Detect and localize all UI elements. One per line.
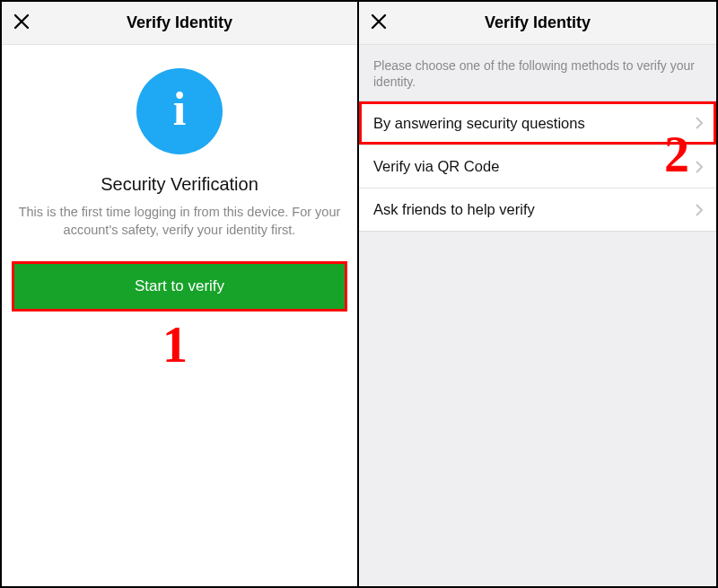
- option-label: Verify via QR Code: [373, 158, 499, 175]
- close-icon[interactable]: [2, 13, 41, 33]
- content-security-verification: i Security Verification This is the firs…: [2, 45, 357, 586]
- screen-security-verification: Verify Identity i Security Verification …: [2, 2, 359, 586]
- page-title: Verify Identity: [359, 13, 716, 32]
- verify-method-list: By answering security questions Verify v…: [359, 101, 716, 232]
- chevron-right-icon: [696, 158, 704, 176]
- screen-verify-methods: Verify Identity Please choose one of the…: [359, 2, 716, 586]
- security-verification-title: Security Verification: [13, 174, 346, 195]
- chevron-right-icon: [696, 201, 704, 219]
- info-icon: i: [136, 68, 223, 154]
- option-security-questions[interactable]: By answering security questions: [359, 101, 716, 145]
- option-qr-code[interactable]: Verify via QR Code: [359, 145, 716, 188]
- option-label: By answering security questions: [373, 115, 585, 132]
- option-label: Ask friends to help verify: [373, 201, 535, 218]
- instructions-text: Please choose one of the following metho…: [359, 45, 716, 101]
- start-verify-button[interactable]: Start to verify: [14, 264, 345, 309]
- page-title: Verify Identity: [2, 13, 357, 32]
- chevron-right-icon: [696, 114, 704, 132]
- close-icon[interactable]: [359, 13, 398, 33]
- topbar: Verify Identity: [359, 2, 716, 45]
- option-ask-friends[interactable]: Ask friends to help verify: [359, 188, 716, 231]
- security-verification-desc: This is the first time logging in from t…: [13, 204, 346, 239]
- topbar: Verify Identity: [2, 2, 357, 45]
- content-verify-methods: Please choose one of the following metho…: [359, 45, 716, 586]
